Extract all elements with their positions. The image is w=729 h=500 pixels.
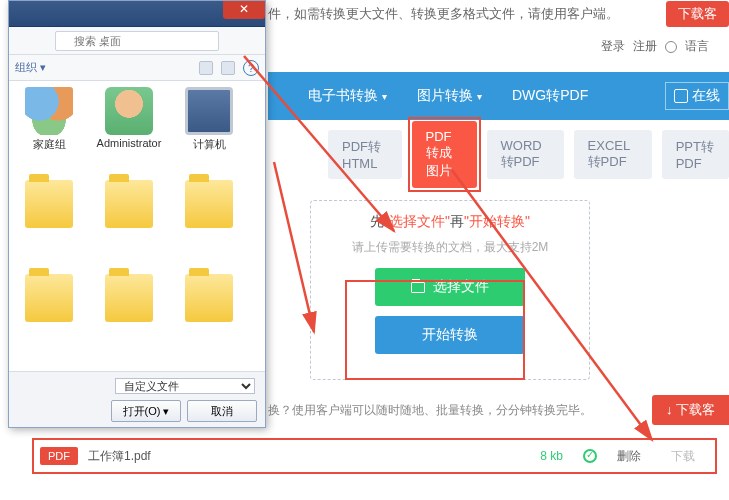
delete-link[interactable]: 删除 [617, 448, 641, 465]
file-item-label: 家庭组 [33, 137, 66, 152]
view-icon[interactable] [199, 61, 213, 75]
login-bar: 登录 注册 语言 [601, 38, 709, 55]
file-item-label: Administrator [97, 137, 162, 149]
tab-pdf-image-wrap: PDF转成图片 [412, 121, 477, 188]
folder-icon [105, 274, 153, 322]
download-client-button-top[interactable]: 下载客 [666, 1, 729, 27]
folder-icon [105, 180, 153, 228]
check-icon [583, 449, 597, 463]
file-item[interactable]: 家庭组 [13, 87, 85, 175]
cancel-button[interactable]: 取消 [187, 400, 257, 422]
file-type-badge: PDF [40, 447, 78, 465]
tab-word-pdf[interactable]: WORD转PDF [487, 130, 564, 179]
nav-dwg[interactable]: DWG转PDF [512, 87, 588, 105]
dialog-toolbar2: 组织 ▾ ? [9, 55, 265, 81]
file-item[interactable] [173, 180, 245, 268]
upload-title: 先"选择文件"再"开始转换" [370, 213, 530, 231]
dialog-bottom: 自定义文件 打开(O) ▾ 取消 [9, 371, 265, 427]
tabs-row: PDF转HTML PDF转成图片 WORD转PDF EXCEL转PDF PPT转… [268, 132, 729, 176]
language-link[interactable]: 语言 [685, 38, 709, 55]
register-link[interactable]: 注册 [633, 38, 657, 55]
nav-ebook[interactable]: 电子书转换▾ [308, 87, 387, 105]
file-item[interactable]: Administrator [93, 87, 165, 175]
dialog-body[interactable]: 家庭组Administrator计算机 [9, 81, 265, 371]
open-button[interactable]: 打开(O) ▾ [111, 400, 181, 422]
svg-line-1 [274, 162, 314, 332]
computer-icon [185, 87, 233, 135]
search-wrap [55, 31, 259, 51]
search-input[interactable] [55, 31, 219, 51]
folder-icon [25, 180, 73, 228]
annotation-border [408, 117, 481, 192]
file-item[interactable] [93, 180, 165, 268]
folder-icon [185, 180, 233, 228]
file-size: 8 kb [540, 449, 563, 463]
file-item[interactable]: 计算机 [173, 87, 245, 175]
tab-ppt-pdf[interactable]: PPT转PDF [662, 130, 729, 179]
main-nav: 电子书转换▾ 图片转换▾ DWG转PDF 在线 [268, 72, 729, 120]
dialog-toolbar [9, 27, 265, 55]
file-item[interactable] [13, 274, 85, 362]
admin-icon [105, 87, 153, 135]
file-item[interactable] [13, 180, 85, 268]
dialog-titlebar[interactable]: ✕ [9, 1, 265, 27]
people-icon [25, 87, 73, 135]
file-open-dialog: ✕ 组织 ▾ ? 家庭组Administrator计算机 自定义文件 打开(O)… [8, 0, 266, 428]
chevron-down-icon: ▾ [477, 91, 482, 102]
upload-subtitle: 请上传需要转换的文档，最大支持2M [352, 239, 549, 256]
folder-icon [25, 274, 73, 322]
bottom-text: 换？使用客户端可以随时随地、批量转换，分分钟转换完毕。 [268, 402, 592, 419]
file-name: 工作簿1.pdf [88, 448, 151, 465]
top-banner: 件，如需转换更大文件、转换更多格式文件，请使用客户端。 下载客 [268, 0, 729, 28]
file-item[interactable] [93, 274, 165, 362]
annotation-border [345, 280, 525, 380]
banner-text: 件，如需转换更大文件、转换更多格式文件，请使用客户端。 [268, 5, 619, 23]
download-link[interactable]: 下载 [671, 448, 695, 465]
tab-pdf-html[interactable]: PDF转HTML [328, 130, 402, 179]
login-link[interactable]: 登录 [601, 38, 625, 55]
file-filter-select[interactable]: 自定义文件 [115, 378, 255, 394]
tab-excel-pdf[interactable]: EXCEL转PDF [574, 130, 652, 179]
chevron-down-icon: ▾ [382, 91, 387, 102]
close-button[interactable]: ✕ [223, 1, 265, 19]
file-item-label: 计算机 [193, 137, 226, 152]
organize-link[interactable]: 组织 ▾ [15, 60, 46, 75]
file-row: PDF 工作簿1.pdf 8 kb 删除 下载 [34, 440, 715, 472]
file-item[interactable] [173, 274, 245, 362]
view-icon-2[interactable] [221, 61, 235, 75]
help-icon[interactable]: ? [243, 60, 259, 76]
nav-online[interactable]: 在线 [665, 82, 729, 110]
folder-icon [185, 274, 233, 322]
nav-image[interactable]: 图片转换▾ [417, 87, 482, 105]
globe-icon [665, 41, 677, 53]
download-client-button-bottom[interactable]: ↓ 下载客 [652, 395, 729, 425]
doc-icon [674, 89, 688, 103]
